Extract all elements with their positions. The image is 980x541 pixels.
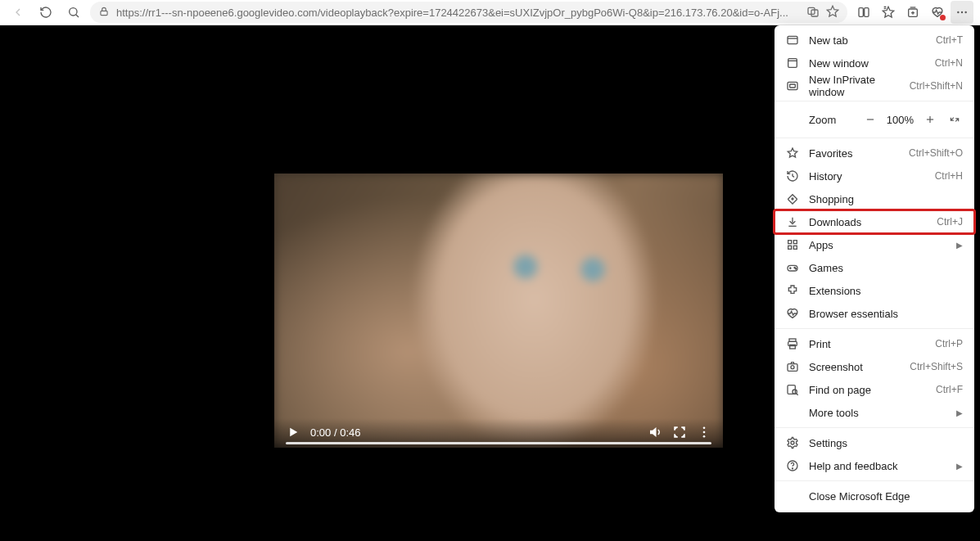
menu-games[interactable]: Games — [775, 256, 974, 279]
svg-point-22 — [792, 198, 793, 200]
menu-zoom: Zoom 100% — [775, 105, 974, 134]
menu-new-window[interactable]: New window Ctrl+N — [775, 52, 974, 74]
fullscreen-button[interactable] — [672, 425, 687, 440]
menu-help[interactable]: Help and feedback ▶ — [775, 454, 974, 477]
menu-favorites[interactable]: Favorites Ctrl+Shift+O — [775, 142, 974, 165]
menu-find[interactable]: Find on page Ctrl+F — [775, 378, 974, 401]
favorites-bar-icon[interactable] — [877, 1, 900, 24]
menu-downloads[interactable]: Downloads Ctrl+J — [775, 210, 974, 233]
svg-rect-24 — [793, 241, 797, 244]
menu-extensions[interactable]: Extensions — [775, 279, 974, 302]
svg-point-9 — [957, 11, 959, 13]
menu-new-inprivate[interactable]: New InPrivate window Ctrl+Shift+N — [775, 74, 974, 97]
svg-point-11 — [964, 11, 966, 13]
submenu-arrow-icon: ▶ — [956, 462, 963, 471]
svg-point-34 — [791, 366, 794, 369]
svg-rect-5 — [865, 8, 869, 17]
video-timeline[interactable] — [286, 442, 711, 444]
inprivate-icon — [786, 79, 799, 92]
menu-separator — [775, 427, 974, 428]
submenu-arrow-icon: ▶ — [956, 241, 963, 250]
svg-point-0 — [70, 8, 77, 16]
svg-rect-25 — [788, 246, 792, 249]
menu-shopping[interactable]: Shopping — [775, 187, 974, 210]
menu-essentials[interactable]: Browser essentials — [775, 302, 974, 325]
find-icon — [786, 383, 799, 396]
video-player[interactable]: 0:00 / 0:46 — [274, 174, 723, 448]
svg-point-14 — [703, 435, 706, 438]
svg-point-13 — [703, 431, 706, 434]
video-more-button[interactable] — [697, 425, 711, 440]
extensions-icon — [786, 284, 799, 297]
svg-rect-33 — [788, 364, 797, 372]
menu-screenshot[interactable]: Screenshot Ctrl+Shift+S — [775, 355, 974, 378]
games-icon — [786, 261, 799, 274]
apps-icon — [786, 238, 799, 251]
svg-rect-23 — [788, 241, 792, 244]
downloads-icon — [786, 215, 799, 228]
menu-separator — [775, 138, 974, 138]
zoom-in-button[interactable] — [922, 111, 938, 128]
url-text: https://rr1---sn-npoeene6.googlevideo.co… — [116, 7, 800, 19]
page-content: 0:00 / 0:46 New tab Ctrl+T New window Ct… — [0, 25, 980, 541]
split-screen-icon[interactable] — [852, 1, 875, 24]
svg-point-10 — [961, 11, 963, 13]
svg-point-29 — [795, 268, 796, 269]
lock-icon — [98, 6, 110, 20]
search-button[interactable] — [62, 1, 85, 24]
menu-separator — [775, 328, 974, 329]
menu-separator — [775, 101, 974, 101]
new-tab-icon — [786, 34, 799, 47]
back-button[interactable] — [7, 1, 29, 24]
svg-rect-4 — [859, 8, 863, 17]
history-icon — [786, 169, 799, 183]
refresh-button[interactable] — [34, 1, 57, 24]
favorites-icon — [786, 147, 799, 160]
play-button[interactable] — [286, 425, 300, 440]
more-menu-button[interactable] — [951, 1, 973, 24]
zoom-value: 100% — [887, 114, 914, 126]
menu-apps[interactable]: Apps ▶ — [775, 233, 974, 256]
settings-icon — [786, 436, 799, 449]
svg-point-39 — [792, 468, 793, 469]
menu-close-edge[interactable]: Close Microsoft Edge — [775, 485, 974, 507]
new-window-icon — [786, 56, 799, 70]
menu-settings[interactable]: Settings — [775, 431, 974, 454]
svg-rect-17 — [788, 82, 797, 89]
star-icon[interactable] — [826, 5, 839, 20]
volume-button[interactable] — [648, 425, 662, 440]
menu-history[interactable]: History Ctrl+H — [775, 165, 974, 187]
zoom-out-button[interactable] — [862, 111, 878, 128]
collections-icon[interactable] — [901, 1, 924, 24]
svg-rect-1 — [101, 11, 107, 15]
svg-rect-26 — [793, 246, 797, 249]
edge-more-menu: New tab Ctrl+T New window Ctrl+N New InP… — [775, 25, 974, 512]
menu-separator — [775, 480, 974, 481]
toolbar-right-icons — [852, 1, 973, 24]
help-icon — [786, 459, 799, 472]
svg-point-12 — [703, 426, 706, 429]
menu-new-tab[interactable]: New tab Ctrl+T — [775, 29, 974, 52]
translate-icon[interactable] — [806, 5, 820, 20]
svg-rect-16 — [788, 59, 797, 68]
address-bar[interactable]: https://rr1---sn-npoeene6.googlevideo.co… — [90, 2, 847, 23]
svg-point-37 — [791, 441, 794, 444]
svg-rect-18 — [790, 84, 796, 88]
browser-essentials-icon[interactable] — [926, 1, 949, 24]
video-frame-image — [274, 174, 723, 448]
menu-more-tools[interactable]: More tools ▶ — [775, 401, 974, 424]
svg-rect-15 — [788, 36, 797, 43]
print-icon — [786, 337, 799, 350]
browser-toolbar: https://rr1---sn-npoeene6.googlevideo.co… — [0, 0, 980, 25]
shopping-icon — [786, 192, 799, 205]
submenu-arrow-icon: ▶ — [956, 408, 963, 417]
screenshot-icon — [786, 360, 799, 373]
fullscreen-toggle-button[interactable] — [946, 111, 963, 128]
menu-print[interactable]: Print Ctrl+P — [775, 332, 974, 355]
video-time: 0:00 / 0:46 — [310, 426, 360, 439]
essentials-icon — [786, 307, 799, 320]
